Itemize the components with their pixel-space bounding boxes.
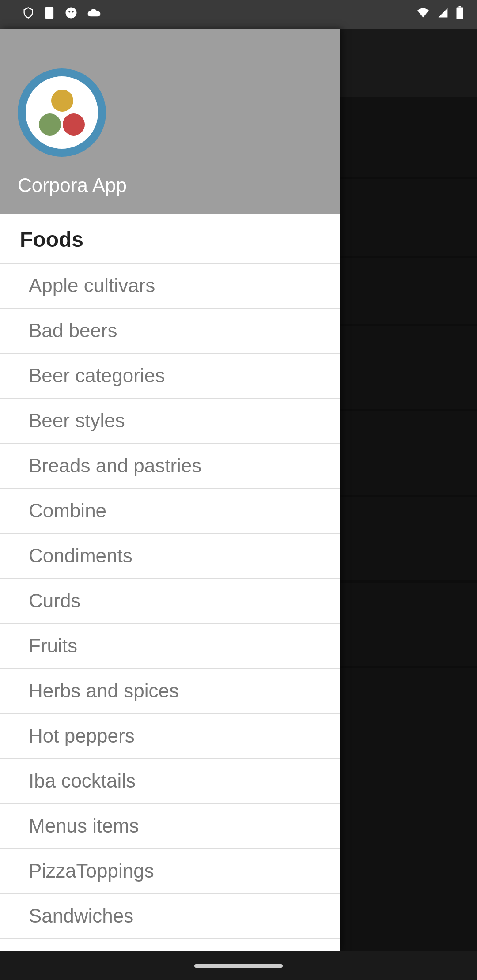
drawer-item-apple-cultivars[interactable]: Apple cultivars xyxy=(0,264,340,309)
wifi-icon xyxy=(416,7,430,22)
navigation-bar xyxy=(0,951,477,980)
cloud-icon xyxy=(87,8,102,22)
shield-icon xyxy=(22,7,34,22)
drawer-item-beer-categories[interactable]: Beer categories xyxy=(0,354,340,399)
drawer-item-beer-styles[interactable]: Beer styles xyxy=(0,399,340,444)
app-title: Corpora App xyxy=(18,174,322,196)
app-logo-icon xyxy=(18,68,106,157)
logo-dot-red xyxy=(63,113,85,136)
status-bar-right xyxy=(416,6,464,23)
svg-rect-4 xyxy=(457,8,463,20)
drawer-item-menus-items[interactable]: Menus items xyxy=(0,804,340,849)
svg-point-2 xyxy=(68,11,70,13)
home-gesture-pill[interactable] xyxy=(194,964,283,968)
drawer-item-herbs-and-spices[interactable]: Herbs and spices xyxy=(0,669,340,714)
drawer-item-combine[interactable]: Combine xyxy=(0,489,340,534)
svg-rect-5 xyxy=(459,6,461,8)
battery-icon xyxy=(456,6,464,23)
drawer-list[interactable]: Foods Apple cultivars Bad beers Beer cat… xyxy=(0,214,340,951)
drawer-item-bad-beers[interactable]: Bad beers xyxy=(0,309,340,354)
svg-point-1 xyxy=(66,8,77,19)
drawer-section-foods[interactable]: Foods xyxy=(0,214,340,264)
sim-icon xyxy=(43,6,56,23)
navigation-drawer: Corpora App Foods Apple cultivars Bad be… xyxy=(0,29,340,951)
signal-icon xyxy=(437,7,449,22)
drawer-item-iba-cocktails[interactable]: Iba cocktails xyxy=(0,759,340,804)
drawer-item-curds[interactable]: Curds xyxy=(0,579,340,624)
drawer-header: Corpora App xyxy=(0,29,340,214)
svg-point-3 xyxy=(72,11,74,13)
face-icon xyxy=(64,6,78,23)
drawer-item-sandwiches[interactable]: Sandwiches xyxy=(0,894,340,939)
drawer-item-sausages[interactable]: Sausages xyxy=(0,939,340,951)
logo-dot-yellow xyxy=(51,90,73,112)
drawer-item-pizza-toppings[interactable]: PizzaToppings xyxy=(0,849,340,894)
drawer-item-condiments[interactable]: Condiments xyxy=(0,534,340,579)
svg-rect-0 xyxy=(45,7,53,19)
logo-dot-green xyxy=(39,113,61,136)
drawer-item-hot-peppers[interactable]: Hot peppers xyxy=(0,714,340,759)
drawer-item-fruits[interactable]: Fruits xyxy=(0,624,340,669)
status-bar-left xyxy=(13,6,102,23)
status-bar xyxy=(0,0,477,29)
drawer-item-breads-and-pastries[interactable]: Breads and pastries xyxy=(0,444,340,489)
